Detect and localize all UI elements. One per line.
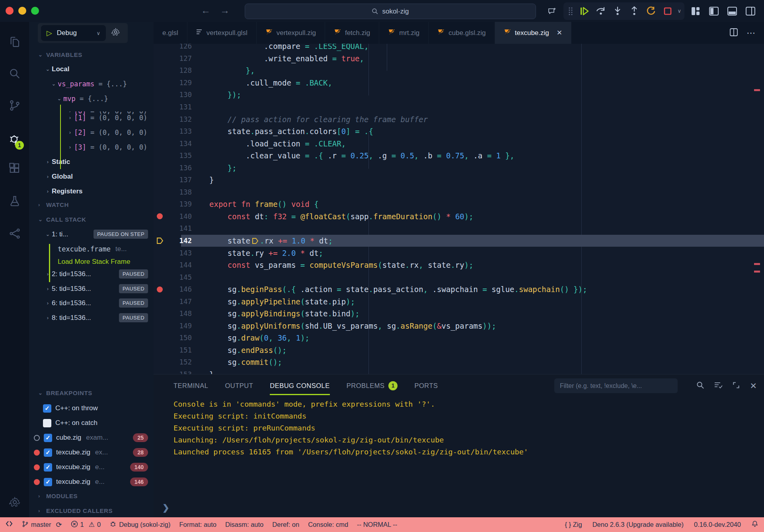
line-number[interactable]: 143 xyxy=(166,249,192,257)
code-line-152[interactable]: 152 sg.commit(); xyxy=(154,356,764,368)
code-line-136[interactable]: 136 }; xyxy=(154,162,764,174)
status-item-console-cmd[interactable]: Console: cmd xyxy=(308,521,348,528)
activity-run-debug-icon[interactable]: 1 xyxy=(0,127,29,152)
breakpoint-checkbox[interactable] xyxy=(43,419,51,427)
line-number[interactable]: 149 xyxy=(166,322,192,330)
code-line-141[interactable]: 141 xyxy=(154,222,764,235)
debug-step-out-button[interactable] xyxy=(627,4,641,18)
panel-tab-ports[interactable]: PORTS xyxy=(414,382,438,390)
breakpoint-dot[interactable] xyxy=(157,213,163,219)
line-number[interactable]: 126 xyxy=(166,44,192,50)
activity-extensions-icon[interactable] xyxy=(0,156,29,181)
variable-vs_params[interactable]: ⌄vs_params = {...} xyxy=(29,76,154,91)
line-number[interactable]: 147 xyxy=(166,298,192,306)
variable-[1][interactable]: ›[1] = (0, 0, 0, 0) xyxy=(29,110,154,125)
line-number[interactable]: 137 xyxy=(166,176,192,184)
traffic-minimize-button[interactable] xyxy=(18,7,26,15)
code-line-142[interactable]: 142 state.rx += 1.0 * dt; xyxy=(154,235,764,247)
chat-sparkle-icon[interactable] xyxy=(545,4,559,18)
activity-testing-icon[interactable] xyxy=(0,188,29,214)
panel-tab-terminal[interactable]: TERMINAL xyxy=(173,382,208,390)
command-center-search[interactable]: sokol-zig xyxy=(245,4,536,19)
code-line-151[interactable]: 151 sg.endPass(); xyxy=(154,344,764,357)
code-line-144[interactable]: 144 const vs_params = computeVsParams(st… xyxy=(154,259,764,271)
line-number[interactable]: 151 xyxy=(166,346,192,354)
code-line-147[interactable]: 147 sg.applyPipeline(state.pip); xyxy=(154,295,764,308)
code-line-153[interactable]: 153} xyxy=(154,368,764,374)
panel-tab-output[interactable]: OUTPUT xyxy=(225,382,253,390)
section-header-modules[interactable]: ›MODULES xyxy=(29,490,154,502)
line-number[interactable]: 144 xyxy=(166,261,192,269)
forward-arrow-icon[interactable]: → xyxy=(220,5,230,16)
toggle-right-panel-icon[interactable] xyxy=(743,4,758,18)
line-number[interactable]: 153 xyxy=(166,370,192,374)
line-number[interactable]: 139 xyxy=(166,200,192,208)
section-header-variables[interactable]: ⌄VARIABLES xyxy=(29,49,154,60)
line-number[interactable]: 146 xyxy=(166,285,192,293)
section-header-watch[interactable]: ›WATCH xyxy=(29,199,154,210)
activity-remote-icon[interactable] xyxy=(0,221,29,246)
variables-scope-Registers[interactable]: ›Registers xyxy=(29,184,154,199)
code-line-137[interactable]: 137} xyxy=(154,174,764,186)
variable-[2][interactable]: ›[2] = (0, 0, 0, 0) xyxy=(29,125,154,140)
activity-source-control-icon[interactable] xyxy=(0,93,29,118)
status-item-remote-icon[interactable] xyxy=(6,520,13,529)
console-filter-input[interactable]: Filter (e.g. text, !exclude, \e... xyxy=(554,378,678,393)
breakpoint-checkbox[interactable]: ✓ xyxy=(44,463,52,472)
tab-vertexpull.glsl[interactable]: vertexpull.glsl xyxy=(187,22,257,44)
breakpoint-checkbox[interactable]: ✓ xyxy=(44,448,52,457)
toggle-sidebar-icon[interactable] xyxy=(707,4,721,18)
more-actions-icon[interactable]: ⋯ xyxy=(746,28,756,38)
code-line-149[interactable]: 149 sg.applyUniforms(shd.UB_vs_params, s… xyxy=(154,320,764,332)
tab-e.glsl[interactable]: e.glsl xyxy=(154,22,187,44)
status-item-branch[interactable]: master⟳ xyxy=(22,520,62,529)
code-line-143[interactable]: 143 state.ry += 2.0 * dt; xyxy=(154,247,764,259)
line-number[interactable]: 152 xyxy=(166,358,192,366)
breakpoint-C++: on throw[interactable]: ✓C++: on throw xyxy=(29,401,154,415)
debug-console-output[interactable]: Console is in 'commands' mode, prefix ex… xyxy=(173,398,528,458)
variable-mvp[interactable]: ⌄mvp = {...} xyxy=(29,91,154,106)
line-number[interactable]: 142 xyxy=(166,237,192,245)
status-item-bell-icon[interactable] xyxy=(751,520,758,529)
line-number[interactable]: 127 xyxy=(166,55,192,62)
code-line-135[interactable]: 135 .clear_value = .{ .r = 0.25, .g = 0.… xyxy=(154,150,764,162)
call-stack-2: tid=1536...[interactable]: ›2: tid=1536...PAUSED xyxy=(29,267,154,281)
tab-vertexpull.zig[interactable]: vertexpull.zig xyxy=(257,22,325,44)
debug-step-over-button[interactable] xyxy=(594,4,608,18)
status-item--zig[interactable]: { } Zig xyxy=(565,521,582,528)
code-line-146[interactable]: 146 sg.beginPass(.{ .action = state.pass… xyxy=(154,283,764,296)
code-line-139[interactable]: 139export fn frame() void { xyxy=(154,198,764,210)
sync-icon[interactable]: ⟳ xyxy=(56,520,62,529)
breakpoint-texcube.zig[interactable]: ✓texcube.zige...146 xyxy=(29,475,154,489)
tab-texcube.zig[interactable]: texcube.zig✕ xyxy=(495,22,571,44)
status-item-0-16-0-dev-2040[interactable]: 0.16.0-dev.2040 xyxy=(694,521,741,528)
filter-icon[interactable] xyxy=(714,381,723,391)
code-line-133[interactable]: 133 state.pass_action.colors[0] = .{ xyxy=(154,125,764,138)
line-number[interactable]: 128 xyxy=(166,66,192,74)
activity-search-icon[interactable] xyxy=(0,61,29,86)
tab-cube.glsl.zig[interactable]: cube.glsl.zig xyxy=(429,22,495,44)
maximize-icon[interactable] xyxy=(732,381,740,391)
line-number[interactable]: 134 xyxy=(166,140,192,148)
call-stack-texcube.frame[interactable]: texcube.framete... xyxy=(29,242,154,255)
breakpoint-cube.zig[interactable]: ✓cube.zigexam...25 xyxy=(29,431,154,444)
close-icon[interactable]: ✕ xyxy=(750,381,757,391)
panel-tab-problems[interactable]: PROBLEMS1 xyxy=(347,381,398,390)
search-icon[interactable] xyxy=(696,381,704,391)
section-header-excluded_callers[interactable]: ›EXCLUDED CALLERS xyxy=(29,505,154,516)
variables-scope-Static[interactable]: ›Static xyxy=(29,154,154,169)
breakpoint-texcube.zig[interactable]: ✓texcube.zige...140 xyxy=(29,460,154,474)
breakpoint-checkbox[interactable]: ✓ xyxy=(44,478,52,486)
call-stack-5: tid=1536...[interactable]: ›5: tid=1536...PAUSED xyxy=(29,282,154,295)
console-prompt-chevron[interactable]: ❯ xyxy=(162,503,170,513)
start-debug-icon[interactable]: ▷ xyxy=(47,29,52,37)
variables-scope-Local[interactable]: ⌄Local xyxy=(29,62,154,76)
code-line-140[interactable]: 140 const dt: f32 = @floatCast(sapp.fram… xyxy=(154,210,764,223)
panel-tab-debug-console[interactable]: DEBUG CONSOLE xyxy=(270,382,329,390)
code-line-131[interactable]: 131 xyxy=(154,101,764,113)
code-line-130[interactable]: 130 }); xyxy=(154,89,764,101)
status-item--normal-[interactable]: -- NORMAL -- xyxy=(357,521,397,528)
line-number[interactable]: 136 xyxy=(166,164,192,172)
section-header-breakpoints[interactable]: ⌄BREAKPOINTS xyxy=(29,387,154,399)
code-line-148[interactable]: 148 sg.applyBindings(state.bind); xyxy=(154,308,764,320)
